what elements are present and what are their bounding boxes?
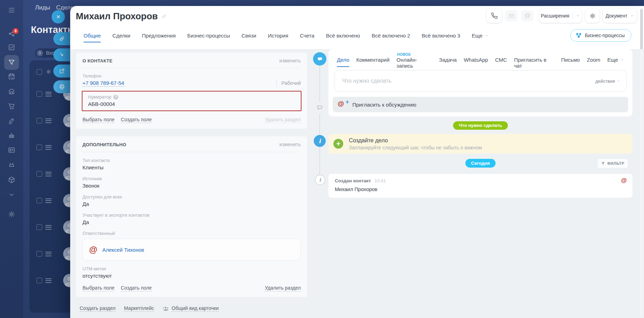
hamburger-menu-icon[interactable] <box>4 3 19 18</box>
create-activity-hint-card[interactable]: + Создайте дело Запланируйте следующий ш… <box>328 134 632 154</box>
drag-handle-icon[interactable] <box>45 145 52 150</box>
phone-type-label[interactable]: Рабочий <box>276 80 301 87</box>
plus-circle-icon[interactable]: + <box>333 139 343 149</box>
drag-handle-icon[interactable] <box>45 119 52 123</box>
row-checkbox[interactable] <box>36 171 42 177</box>
panel-scrollbar[interactable] <box>640 8 643 316</box>
create-section-link[interactable]: Создать раздел <box>80 305 115 312</box>
compose-chat-bubble-icon[interactable] <box>313 52 326 66</box>
call-button[interactable] <box>486 9 502 23</box>
field-label: Источник <box>82 176 301 181</box>
tab-history[interactable]: История <box>268 33 288 42</box>
sidebar-item-apps[interactable] <box>4 172 19 187</box>
drag-handle-icon[interactable] <box>45 172 52 176</box>
tab-more[interactable]: Еще <box>472 33 489 42</box>
tab-zoom[interactable]: Zoom <box>587 57 600 67</box>
numerator-label: Нумератор <box>88 94 111 100</box>
filter-button[interactable]: фильтр <box>597 158 628 168</box>
extensions-dropdown[interactable]: Расширения <box>539 9 582 23</box>
document-dropdown[interactable]: Документ <box>603 9 637 23</box>
sidebar-item-store[interactable] <box>4 84 19 99</box>
today-badge: Сегодня <box>465 159 495 168</box>
delete-section-link[interactable]: Удалить раздел <box>265 117 301 123</box>
sidebar-item-sales[interactable] <box>4 99 19 113</box>
help-icon[interactable]: ? <box>113 95 118 100</box>
sidebar-settings-gear-icon[interactable] <box>4 207 19 222</box>
open-new-window-button[interactable] <box>53 65 70 77</box>
row-checkbox[interactable] <box>36 91 42 97</box>
drag-handle-icon[interactable] <box>45 278 52 283</box>
tab-online-booking[interactable]: НОВОЕОнлайн-запись <box>397 57 432 73</box>
tab-all-included[interactable]: Всё включено <box>326 33 360 42</box>
timeline-rail-line <box>319 59 320 181</box>
drag-handle-icon[interactable] <box>45 225 52 230</box>
tab-invoices[interactable]: Счета <box>300 33 314 42</box>
select-field-link[interactable]: Выбрать поле <box>82 117 114 123</box>
tab-quotes[interactable]: Предложения <box>142 33 175 42</box>
create-field-link[interactable]: Создать поле <box>121 285 152 291</box>
responsible-user-link[interactable]: Алексей Тихонов <box>102 247 144 253</box>
chevron-down-icon <box>620 58 624 62</box>
card-view-link-group[interactable]: Общий вид карточки <box>162 305 219 312</box>
tab-comment[interactable]: Комментарий <box>356 57 389 67</box>
tab-all-included-3[interactable]: Всё включено 3 <box>422 33 460 42</box>
todo-input-box[interactable]: действия <box>334 70 627 92</box>
invite-discussion-strip[interactable]: @ + Пригласить к обсуждению <box>333 97 628 112</box>
card-settings-button[interactable] <box>585 9 599 23</box>
tab-sms[interactable]: СМС <box>495 57 507 67</box>
row-checkbox[interactable] <box>36 278 42 283</box>
responsible-user-box[interactable]: @ Алексей Тихонов <box>82 239 301 261</box>
row-checkbox[interactable] <box>36 224 42 230</box>
sidebar-item-calendar[interactable] <box>4 69 19 84</box>
copy-link-button[interactable] <box>53 32 70 45</box>
copy-title-link-icon[interactable] <box>161 14 167 19</box>
sidebar-item-tasks[interactable] <box>4 40 19 55</box>
about-edit-link[interactable]: изменить <box>279 58 301 63</box>
delete-section-link[interactable]: Удалить раздел <box>265 285 301 291</box>
sidebar-item-crm-active[interactable] <box>4 55 19 70</box>
tab-relations[interactable]: Связи <box>241 33 256 42</box>
tab-deals[interactable]: Сделки <box>112 33 130 42</box>
sidebar-more-chevron-icon[interactable] <box>4 187 19 202</box>
timeline-entry-contact-created[interactable]: Создан контакт 10:41 Михаил Прохоров @ <box>328 174 632 198</box>
sidebar-item-contact-center[interactable] <box>4 143 19 157</box>
todo-input[interactable] <box>337 77 595 84</box>
tab-business-processes[interactable]: Бизнес-процессы <box>187 33 230 42</box>
phone-value-link[interactable]: +7 908 789-67-54 <box>82 80 124 87</box>
row-checkbox[interactable] <box>36 198 42 203</box>
sidebar-item-sign[interactable] <box>4 114 19 128</box>
tab-general[interactable]: Общие <box>84 33 101 42</box>
menu-item-leads[interactable]: Лиды <box>35 4 50 11</box>
drag-handle-icon[interactable] <box>45 252 52 256</box>
create-field-link[interactable]: Создать поле <box>121 117 152 123</box>
tab-whatsapp[interactable]: WhatsApp <box>464 57 488 67</box>
card-view-link[interactable]: Общий вид карточки <box>172 305 219 312</box>
row-checkbox[interactable] <box>36 251 42 257</box>
tab-task[interactable]: Задача <box>439 57 457 67</box>
tab-email[interactable]: Письмо <box>561 57 580 67</box>
hint-info-icon: i <box>314 135 326 147</box>
print-button[interactable] <box>53 80 70 93</box>
close-slider-button[interactable]: × <box>52 10 65 23</box>
additional-edit-link[interactable]: изменить <box>279 142 301 147</box>
tab-activity[interactable]: Дело <box>337 57 349 67</box>
tab-invite-to-chat[interactable]: Пригласить в чат <box>514 57 554 73</box>
select-field-link[interactable]: Выбрать поле <box>82 285 114 291</box>
scrollbar-thumb[interactable] <box>640 9 643 49</box>
contact-card-tabs: Общие Сделки Предложения Бизнес-процессы… <box>84 33 489 42</box>
business-processes-button[interactable]: Бизнес-процессы <box>570 29 631 42</box>
row-checkbox[interactable] <box>36 118 42 123</box>
funnel-icon <box>601 162 605 165</box>
select-all-checkbox[interactable] <box>36 69 42 75</box>
marketplace-link[interactable]: Маркетплейс <box>124 305 154 312</box>
list-settings-gear-icon[interactable] <box>46 69 52 75</box>
actions-dropdown[interactable]: действия <box>595 79 620 84</box>
collapse-slider-button[interactable] <box>53 48 70 61</box>
tab-more[interactable]: Еще <box>607 57 624 67</box>
sidebar-item-analytics[interactable] <box>4 128 19 143</box>
sidebar-item-bot[interactable] <box>4 157 19 172</box>
row-checkbox[interactable] <box>36 144 42 150</box>
drag-handle-icon[interactable] <box>45 198 52 203</box>
drag-handle-icon[interactable] <box>45 92 52 96</box>
tab-all-included-2[interactable]: Всё включено 2 <box>372 33 410 42</box>
